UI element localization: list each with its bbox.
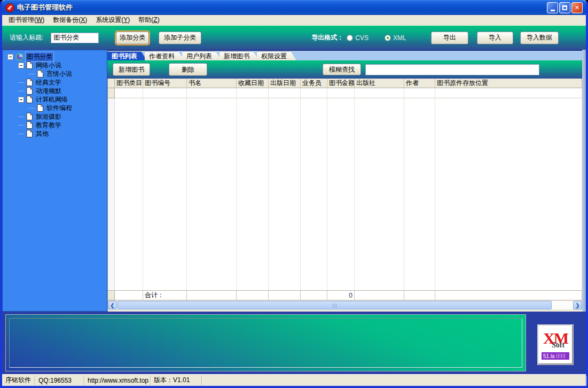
row-indicator-header [108,79,115,88]
scroll-left-button[interactable]: ❮ [108,301,117,309]
tree-label[interactable]: 经典文学 [35,78,62,87]
add-category-button[interactable]: 添加分类 [116,32,149,44]
tab-author-info[interactable]: 作者资料 [145,51,184,60]
total-amount: 0 [327,291,355,300]
list-toolbar: 新增图书 删除 模糊查找 [107,60,582,79]
row-indicator [108,88,115,98]
right-edge-strip [582,50,586,312]
tree-label[interactable]: 动漫幽默 [35,87,62,96]
tree-node[interactable]: 其他 [3,129,107,138]
minimize-button[interactable] [547,2,558,13]
page-icon [37,104,43,112]
radio-cvs[interactable] [347,35,353,41]
grid-total-row: 合计： 0 [108,290,582,300]
page-icon [26,96,33,103]
grid-empty-row[interactable] [108,88,582,98]
grid-header-row: 图书类目 图书编号 书名 收藏日期 出版日期 业务员 图书金额 出版社 作者 图… [108,79,582,88]
tab-strip: 图书列表 作者资料 用户列表 新增图书 权限设置 [107,50,582,60]
import-button[interactable]: 导入 [477,32,513,44]
menu-help[interactable]: 帮助(Z) [134,15,163,25]
menu-book-management[interactable]: 图书管理(W) [4,15,49,25]
tree-node[interactable]: 网络小说 [3,61,107,69]
book-grid: 图书类目 图书编号 书名 收藏日期 出版日期 业务员 图书金额 出版社 作者 图… [107,79,582,312]
banner-inner-frame [9,318,522,368]
maximize-button[interactable] [559,2,570,13]
menu-system-settings[interactable]: 系统设置(Y) [91,15,134,25]
tree-label[interactable]: 旅游摄影 [35,112,62,121]
export-format-label: 导出格式： [311,33,343,42]
tab-add-book[interactable]: 新增图书 [219,51,259,60]
menu-data-backup[interactable]: 数据备份(X) [49,15,91,25]
add-subcategory-button[interactable]: 添加子分类 [159,32,201,44]
tree-node[interactable]: 动漫幽默 [3,87,107,95]
minimize-icon [551,10,555,11]
collapse-icon[interactable] [7,54,13,60]
page-icon [37,70,43,77]
column-header[interactable]: 出版社 [355,79,404,88]
tree-label[interactable]: 其他 [35,129,50,138]
tab-user-list[interactable]: 用户列表 [182,51,222,60]
app-window: 电子图书管理软件 ✕ 图书管理(W) 数据备份(X) 系统设置(Y) 帮助(Z)… [0,0,588,388]
tree-node-root[interactable]: 图书分类 [3,52,107,61]
column-header[interactable]: 图书类目 [115,79,143,88]
tree-label[interactable]: 图书分类 [26,52,53,61]
tree-connector [18,134,24,134]
scrollbar-track[interactable] [552,301,573,309]
search-input[interactable] [365,64,539,75]
close-button[interactable]: ✕ [571,2,583,13]
page-icon [26,79,33,86]
status-website: http://www.xmsoft.top [84,376,151,385]
tree-node[interactable]: 旅游摄影 [3,112,107,121]
delete-button[interactable]: 删除 [169,63,207,76]
tree-node[interactable]: 软件编程 [3,104,107,112]
tree-label[interactable]: 教育教学 [35,121,62,130]
main-area: 图书分类 网络小说 言情小说 经典文学 动漫幽默 [2,50,586,312]
tree-node[interactable]: 计算机网络 [3,95,107,104]
tree-label[interactable]: 言情小说 [45,69,73,79]
status-empty [202,376,586,385]
column-header[interactable]: 收藏日期 [237,79,269,88]
fuzzy-search-button[interactable]: 模糊查找 [323,64,361,75]
tree-node[interactable]: 教育教学 [3,121,107,129]
column-header[interactable]: 图书金额 [327,79,355,88]
tree-node[interactable]: 经典文学 [3,78,107,87]
content-area: 图书列表 作者资料 用户列表 新增图书 权限设置 新增图书 删除 模糊查找 图书… [107,50,582,312]
page-icon [26,130,33,137]
collapse-icon[interactable] [18,97,24,103]
status-bar: 序铭软件 QQ:196553 http://www.xmsoft.top 版本：… [2,374,586,386]
column-header[interactable]: 出版日期 [269,79,301,88]
tree-connector [29,74,35,74]
tree-label[interactable]: 计算机网络 [35,95,69,104]
column-header[interactable]: 图书原件存放位置 [435,79,582,88]
scroll-right-button[interactable]: ❯ [573,301,582,309]
maximize-icon [562,5,567,10]
export-button[interactable]: 导出 [431,32,468,44]
category-title-input[interactable] [51,33,99,43]
column-header[interactable]: 书名 [187,79,237,88]
window-title: 电子图书管理软件 [17,3,547,12]
row-indicator [108,291,115,300]
column-header[interactable]: 业务员 [301,79,327,88]
column-header[interactable]: 作者 [404,79,435,88]
radio-xml-label: XML [393,34,406,42]
tree-connector [18,82,24,83]
tab-book-list[interactable]: 图书列表 [107,51,147,60]
tab-permission-settings[interactable]: 权限设置 [257,51,296,60]
tree-label[interactable]: 网络小说 [35,61,62,70]
radio-xml[interactable] [385,35,391,41]
add-book-button[interactable]: 新增图书 [113,63,150,76]
status-version: 版本：V1.01 [151,376,202,385]
tree-connector [18,91,24,91]
menu-bar: 图书管理(W) 数据备份(X) 系统设置(Y) 帮助(Z) [2,15,586,25]
column-header[interactable]: 图书编号 [143,79,187,88]
total-label: 合计： [143,291,187,300]
page-icon [26,113,33,120]
import-data-button[interactable]: 导入数据 [520,32,559,44]
radio-cvs-label: CVS [355,34,369,42]
collapse-icon[interactable] [18,63,24,68]
scrollbar-thumb[interactable] [117,301,552,309]
status-company: 序铭软件 [2,376,35,385]
tree-label[interactable]: 软件编程 [45,104,73,113]
tree-node[interactable]: 言情小说 [3,69,107,78]
horizontal-scrollbar[interactable]: ❮ ❯ [108,300,582,309]
